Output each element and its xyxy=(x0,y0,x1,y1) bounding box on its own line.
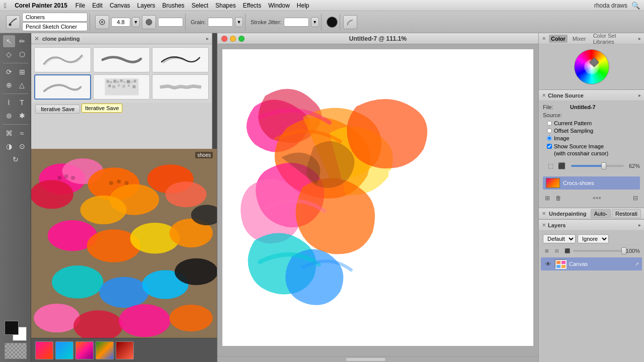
layers-panel-close[interactable]: ✕ xyxy=(542,222,546,228)
pen-tool[interactable]: ⌇ xyxy=(3,97,15,109)
arrow-tool[interactable]: ↖ xyxy=(3,35,15,47)
color-swatch-3[interactable] xyxy=(75,341,94,359)
eraser-tool[interactable]: ◇ xyxy=(3,48,15,60)
transform-tool[interactable]: ⊕ xyxy=(3,79,15,91)
blend-mode-select[interactable]: Default xyxy=(543,234,576,243)
rotate-tool[interactable]: ↻ xyxy=(10,153,22,165)
menu-help[interactable]: Help xyxy=(297,2,309,9)
blend-tool[interactable]: ≈ xyxy=(16,127,28,139)
apple-menu[interactable]:  xyxy=(4,2,7,10)
clone-panel-expand[interactable]: ▸ xyxy=(638,93,641,98)
underpainting-close[interactable]: ✕ xyxy=(542,211,546,216)
grain-stepper[interactable]: ▼ xyxy=(235,17,243,27)
brush-panel-collapse[interactable]: ▸ xyxy=(206,36,209,41)
opacity-slider-track[interactable] xyxy=(571,165,624,167)
brush-thumb-3[interactable] xyxy=(152,47,209,72)
layer-opacity-thumb[interactable] xyxy=(621,247,626,254)
paper-swatch[interactable] xyxy=(5,343,27,359)
brush-category[interactable]: Cloners xyxy=(22,13,88,22)
delete-source-btn[interactable]: 🗑 xyxy=(554,194,563,203)
brush-thumb-2[interactable] xyxy=(93,47,150,72)
text-tool[interactable]: T xyxy=(16,97,28,109)
layers-expand[interactable]: ▸ xyxy=(638,222,641,228)
brush-thumb-6[interactable] xyxy=(152,74,209,100)
show-source-checkbox[interactable] xyxy=(547,144,552,149)
offset-sampling-radio[interactable] xyxy=(547,128,552,133)
grain-input[interactable]: 35% xyxy=(208,18,233,27)
menu-edit[interactable]: Edit xyxy=(92,2,103,9)
dodge-tool[interactable]: ◑ xyxy=(3,140,15,152)
menu-layers[interactable]: Layers xyxy=(137,2,155,9)
brush-tool[interactable]: ✏ xyxy=(16,35,28,47)
brush-name[interactable]: Pencil Sketch Cloner xyxy=(22,22,88,31)
clone-options-btn[interactable]: ⊟ xyxy=(631,194,640,203)
layer-op-icon2[interactable]: ⊟ xyxy=(553,247,561,255)
auto-tab[interactable]: Auto- xyxy=(591,209,611,218)
brush-thumb-4[interactable] xyxy=(34,74,91,100)
menu-effects[interactable]: Effects xyxy=(243,2,261,9)
foreground-color[interactable] xyxy=(5,321,19,335)
minimize-button[interactable] xyxy=(230,36,236,42)
color-panel-close[interactable]: ✕ xyxy=(542,36,546,41)
menu-select[interactable]: Select xyxy=(192,2,208,9)
clone-panel-close[interactable]: ✕ xyxy=(542,93,546,98)
brush-icon-btn[interactable] xyxy=(6,15,20,29)
current-pattern-radio[interactable] xyxy=(547,121,552,126)
composite-select[interactable]: Ignore xyxy=(578,234,609,243)
layer-opacity-track[interactable] xyxy=(573,250,624,252)
tab-color[interactable]: Color xyxy=(549,35,568,43)
shape-tool[interactable]: △ xyxy=(16,79,28,91)
tab-mixer[interactable]: Mixer xyxy=(571,35,588,43)
color-wheel-area[interactable] xyxy=(539,44,644,89)
opacity-slider-thumb[interactable] xyxy=(601,162,606,169)
color-panel-expand[interactable]: ▸ xyxy=(638,36,641,41)
layer-icon-1[interactable]: ⬚ xyxy=(546,161,555,170)
layer-visibility-icon[interactable]: 👁 xyxy=(544,260,552,268)
menu-shapes[interactable]: Shapes xyxy=(215,2,236,9)
smear-tool[interactable]: ⌘ xyxy=(3,127,15,139)
canvas-scrollbar[interactable] xyxy=(217,356,538,362)
fill-tool[interactable]: ⬡ xyxy=(16,48,28,60)
color-swatch-4[interactable] xyxy=(96,341,114,359)
color-wheel[interactable] xyxy=(574,49,609,84)
image-radio[interactable] xyxy=(547,136,552,141)
scrollbar-thumb[interactable] xyxy=(346,357,386,361)
opacity-input[interactable]: 100% xyxy=(158,18,183,27)
mixer-btn[interactable] xyxy=(343,15,357,29)
clone-source-item[interactable]: Crocs-shoes xyxy=(543,176,640,190)
layer-op-icon3[interactable]: ⬛ xyxy=(563,247,571,255)
color-swatch[interactable] xyxy=(327,17,338,28)
canvas-content[interactable] xyxy=(217,44,538,356)
menu-file[interactable]: File xyxy=(75,2,85,9)
menu-canvas[interactable]: Canvas xyxy=(110,2,130,9)
magnifier-tool[interactable]: ⊙ xyxy=(16,140,28,152)
main-colors[interactable] xyxy=(5,321,27,341)
search-icon[interactable]: 🔍 xyxy=(631,2,640,10)
tab-color-set[interactable]: Color Set Libraries xyxy=(591,32,635,46)
size-stepper[interactable]: ▼ xyxy=(132,17,140,27)
brush-thumb-5[interactable] xyxy=(93,74,150,100)
iterative-save-button[interactable]: Iterative Save xyxy=(35,105,80,114)
rubber-stamp[interactable]: ✱ xyxy=(16,110,28,122)
new-source-btn[interactable]: ⊞ xyxy=(543,194,552,203)
menu-window[interactable]: Window xyxy=(268,2,290,9)
lasso-tool[interactable]: ⟳ xyxy=(3,66,15,78)
size-input[interactable] xyxy=(111,18,130,27)
color-swatch-5[interactable] xyxy=(116,341,134,359)
brush-thumb-1[interactable] xyxy=(34,47,91,72)
clone-tool[interactable]: ⊛ xyxy=(3,110,15,122)
maximize-button[interactable] xyxy=(238,36,245,42)
layer-icon-2[interactable]: ⬛ xyxy=(557,161,566,170)
jitter-input[interactable]: 0.00 xyxy=(284,18,309,27)
menu-brushes[interactable]: Brushes xyxy=(163,2,185,9)
color-swatch-2[interactable] xyxy=(55,341,73,359)
brush-panel-close[interactable]: ✕ xyxy=(34,35,39,42)
layer-op-icon1[interactable]: ⊞ xyxy=(543,247,551,255)
restoration-tab[interactable]: Restorati xyxy=(612,209,641,218)
color-swatch-1[interactable] xyxy=(35,341,53,359)
jitter-stepper[interactable]: ▼ xyxy=(311,17,319,27)
close-button[interactable] xyxy=(221,36,227,42)
canvas-layer-item[interactable]: 👁 Canvas ↗ xyxy=(541,257,642,270)
crop-tool[interactable]: ⊞ xyxy=(16,66,28,78)
canvas-white-area[interactable] xyxy=(222,49,533,346)
